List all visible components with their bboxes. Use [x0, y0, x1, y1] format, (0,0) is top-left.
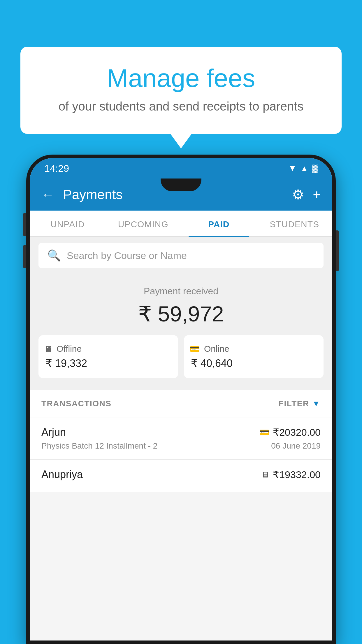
- tab-unpaid[interactable]: UNPAID: [30, 211, 106, 236]
- speech-bubble-title: Manage fees: [44, 64, 318, 92]
- phone-button-volume-up: [23, 213, 26, 236]
- online-label: Online: [204, 344, 229, 354]
- tab-paid[interactable]: PAID: [181, 211, 257, 236]
- header-actions: ⚙ +: [292, 187, 321, 202]
- phone-button-volume-down: [23, 245, 26, 268]
- back-button[interactable]: ←: [41, 187, 54, 202]
- settings-icon[interactable]: ⚙: [292, 187, 304, 202]
- status-time: 14:29: [44, 163, 69, 174]
- transaction-row-top-2: Anupriya 🖥 ₹19332.00: [41, 468, 321, 481]
- payment-received-label: Payment received: [38, 286, 324, 297]
- battery-icon: ▓: [312, 164, 318, 173]
- signal-icon: ▲: [301, 164, 308, 173]
- transaction-course-1: Physics Batch 12 Installment - 2: [41, 441, 157, 451]
- tabs-container: UNPAID UPCOMING PAID STUDENTS: [30, 211, 332, 237]
- offline-card: 🖥 Offline ₹ 19,332: [38, 335, 178, 378]
- offline-icon: 🖥: [44, 344, 52, 354]
- search-bar[interactable]: 🔍 Search by Course or Name: [38, 243, 324, 268]
- tab-students[interactable]: STUDENTS: [257, 211, 333, 236]
- speech-bubble-subtitle: of your students and send receipts to pa…: [44, 99, 318, 113]
- phone-button-power: [336, 230, 339, 271]
- phone-frame: 14:29 ▼ ▲ ▓ ← Payments ⚙ + UNPAID UPCOMI…: [26, 155, 336, 644]
- search-icon: 🔍: [47, 249, 61, 262]
- status-icons: ▼ ▲ ▓: [289, 164, 318, 173]
- filter-label: FILTER: [279, 399, 309, 408]
- transaction-amount-1: ₹20320.00: [273, 426, 321, 438]
- offline-amount: ₹ 19,332: [44, 357, 87, 370]
- offline-card-header: 🖥 Offline: [44, 344, 82, 354]
- phone-screen: 14:29 ▼ ▲ ▓ ← Payments ⚙ + UNPAID UPCOMI…: [30, 158, 332, 640]
- status-bar: 14:29 ▼ ▲ ▓: [30, 158, 332, 178]
- transaction-name-1: Arjun: [41, 426, 66, 438]
- payment-received-section: Payment received ₹ 59,972 🖥 Offline ₹ 19…: [30, 274, 332, 390]
- online-amount: ₹ 40,640: [190, 357, 233, 370]
- speech-bubble: Manage fees of your students and send re…: [20, 47, 342, 134]
- payment-received-amount: ₹ 59,972: [38, 301, 324, 326]
- transaction-amount-2: ₹19332.00: [273, 469, 321, 480]
- transaction-payment-type-icon-2: 🖥: [261, 470, 269, 480]
- add-icon[interactable]: +: [313, 187, 321, 202]
- transaction-amount-wrap-2: 🖥 ₹19332.00: [261, 469, 321, 480]
- online-card: 💳 Online ₹ 40,640: [184, 335, 324, 378]
- transaction-amount-wrap-1: 💳 ₹20320.00: [259, 426, 321, 438]
- transaction-item-anupriya[interactable]: Anupriya 🖥 ₹19332.00: [30, 459, 332, 492]
- transaction-date-1: 06 June 2019: [271, 441, 321, 451]
- camera-notch: [161, 178, 201, 191]
- wifi-icon: ▼: [289, 164, 297, 173]
- payment-cards: 🖥 Offline ₹ 19,332 💳 Online ₹ 40,640: [38, 335, 324, 378]
- transaction-row-bottom-1: Physics Batch 12 Installment - 2 06 June…: [41, 441, 321, 451]
- transaction-row-top-1: Arjun 💳 ₹20320.00: [41, 426, 321, 438]
- speech-bubble-container: Manage fees of your students and send re…: [20, 47, 342, 134]
- transaction-item-arjun[interactable]: Arjun 💳 ₹20320.00 Physics Batch 12 Insta…: [30, 417, 332, 459]
- search-container: 🔍 Search by Course or Name: [30, 237, 332, 274]
- search-input[interactable]: Search by Course or Name: [67, 250, 187, 261]
- offline-label: Offline: [57, 344, 82, 354]
- tab-upcoming[interactable]: UPCOMING: [106, 211, 181, 236]
- filter-icon: ▼: [312, 399, 321, 408]
- transactions-label: TRANSACTIONS: [41, 399, 111, 408]
- transaction-name-2: Anupriya: [41, 468, 83, 481]
- filter-button[interactable]: FILTER ▼: [279, 399, 321, 408]
- transactions-header: TRANSACTIONS FILTER ▼: [30, 390, 332, 417]
- transaction-payment-type-icon-1: 💳: [259, 428, 269, 437]
- online-card-header: 💳 Online: [190, 344, 229, 354]
- online-icon: 💳: [190, 344, 200, 354]
